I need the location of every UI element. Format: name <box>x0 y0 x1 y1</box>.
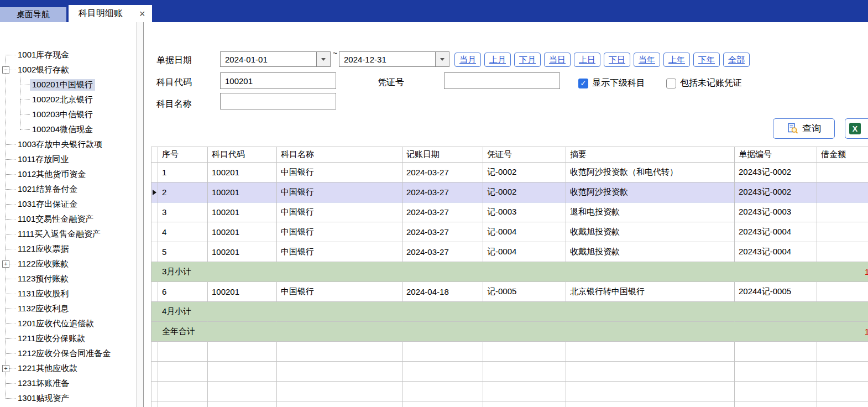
tree-item[interactable]: 1101交易性金融资产 <box>0 212 135 227</box>
grid-cell[interactable] <box>566 401 735 407</box>
tree-item[interactable]: 100203中信银行 <box>0 107 135 122</box>
grid-cell[interactable] <box>208 262 277 282</box>
tree-item[interactable]: 1021结算备付金 <box>0 182 135 197</box>
date-from-select[interactable]: 2024-01-01 <box>220 51 331 67</box>
empty-row[interactable] <box>151 382 868 401</box>
column-header[interactable]: 序号 <box>158 147 208 163</box>
grid-cell[interactable] <box>277 322 402 342</box>
grid-cell[interactable] <box>735 342 817 362</box>
grid-cell[interactable] <box>817 401 868 407</box>
column-header[interactable]: 科目代码 <box>208 147 277 163</box>
grid-cell[interactable]: 20243记-0002 <box>735 163 817 182</box>
grid-cell[interactable] <box>483 342 566 362</box>
tree-item[interactable]: 100202北京银行 <box>0 92 135 107</box>
quick-date-button[interactable]: 全部 <box>723 53 750 67</box>
table-row[interactable]: 3100201中国银行2024-03-27记-0003退和电投资款20243记-… <box>151 202 868 222</box>
tree-item[interactable]: 1031存出保证金 <box>0 197 135 212</box>
grid-cell[interactable]: 记-0004 <box>483 242 566 262</box>
subject-code-input[interactable] <box>220 72 336 89</box>
table-row[interactable]: 6100201中国银行2024-04-18记-0005北京银行转中国银行2024… <box>151 282 868 302</box>
grid-cell[interactable]: 中国银行 <box>277 242 402 262</box>
grid-cell[interactable]: 记-0003 <box>483 202 566 222</box>
date-from-dropdown-button[interactable] <box>316 52 330 66</box>
column-header[interactable]: 摘要 <box>566 147 735 163</box>
tree-item[interactable]: 100201中国银行 <box>0 77 135 92</box>
quick-date-button[interactable]: 下年 <box>693 53 720 67</box>
grid-cell[interactable] <box>402 342 483 362</box>
grid-cell[interactable]: 2024-03-27 <box>402 163 483 182</box>
grid-cell[interactable]: 退和电投资款 <box>566 202 735 222</box>
close-icon[interactable]: × <box>139 9 145 19</box>
grid-cell[interactable]: 收范阿沙投资款 <box>566 182 735 202</box>
checked-checkbox-icon[interactable]: ✓ <box>578 79 588 88</box>
grid-cell[interactable] <box>566 322 735 342</box>
grid-cell[interactable] <box>402 362 483 382</box>
grid-cell[interactable] <box>735 382 817 401</box>
grid-cell[interactable] <box>158 342 208 362</box>
grid-cell[interactable] <box>483 322 566 342</box>
grid-cell[interactable]: 100201 <box>208 202 277 222</box>
grid-cell[interactable] <box>402 401 483 407</box>
grid-cell[interactable]: 2024-03-27 <box>402 202 483 222</box>
grid-cell[interactable] <box>566 342 735 362</box>
grid-cell[interactable] <box>483 382 566 401</box>
empty-row[interactable] <box>151 362 868 382</box>
table-row[interactable]: 4100201中国银行2024-03-27记-0004收戴旭投资款20243记-… <box>151 222 868 242</box>
grid-cell[interactable] <box>566 262 735 282</box>
grid-cell[interactable]: 中国银行 <box>277 202 402 222</box>
grid-cell[interactable] <box>208 401 277 407</box>
grid-cell[interactable] <box>402 382 483 401</box>
grid-cell[interactable] <box>208 382 277 401</box>
tree-item[interactable]: 1001库存现金 <box>0 48 135 62</box>
voucher-no-input[interactable] <box>444 72 560 89</box>
tree-item[interactable]: +1122应收账款 <box>0 257 135 272</box>
grid-cell[interactable] <box>735 262 817 282</box>
show-sub-accounts-checkbox[interactable]: ✓ 显示下级科目 <box>578 77 645 89</box>
grid-cell[interactable]: 记-0004 <box>483 222 566 242</box>
tree-item[interactable]: 1212应收分保合同准备金 <box>0 346 135 361</box>
column-header[interactable]: 凭证号 <box>483 147 566 163</box>
grid-cell[interactable] <box>566 362 735 382</box>
grid-cell[interactable]: 2024-03-27 <box>402 222 483 242</box>
grid-cell[interactable]: 3月小计 <box>158 262 208 282</box>
tree-item[interactable]: 1111买入返售金融资产 <box>0 227 135 242</box>
tree-item[interactable]: 1201应收代位追偿款 <box>0 316 135 331</box>
empty-row[interactable] <box>151 401 868 407</box>
grid-cell[interactable] <box>208 342 277 362</box>
quick-date-button[interactable]: 上年 <box>663 53 690 67</box>
grid-cell[interactable]: 6 <box>158 282 208 302</box>
grid-cell[interactable] <box>817 342 868 362</box>
grid-cell[interactable]: 中国银行 <box>277 222 402 242</box>
grid-cell[interactable] <box>566 382 735 401</box>
grid-cell[interactable]: 中国银行 <box>277 182 402 202</box>
grid-cell[interactable]: 收范阿沙投资款（和电代转） <box>566 163 735 182</box>
grid-cell[interactable]: 记-0005 <box>483 282 566 302</box>
empty-row[interactable] <box>151 342 868 362</box>
grid-cell[interactable] <box>277 262 402 282</box>
column-header[interactable]: 记账日期 <box>402 147 483 163</box>
grid-cell[interactable] <box>483 302 566 322</box>
grid-cell[interactable]: 20243记-0004 <box>735 222 817 242</box>
column-header[interactable]: 科目名称 <box>277 147 402 163</box>
unchecked-checkbox-icon[interactable] <box>666 79 676 88</box>
grid-cell[interactable] <box>735 302 817 322</box>
quick-date-button[interactable]: 下月 <box>514 53 541 67</box>
grid-cell[interactable]: 北京银行转中国银行 <box>566 282 735 302</box>
tree-item[interactable]: 1011存放同业 <box>0 152 135 167</box>
tree-item[interactable]: 1003存放中央银行款项 <box>0 137 135 152</box>
quick-date-button[interactable]: 当月 <box>454 53 481 67</box>
table-row[interactable]: 1100201中国银行2024-03-27记-0002收范阿沙投资款（和电代转）… <box>151 163 868 182</box>
tree-item[interactable]: 1301贴现资产 <box>0 391 135 406</box>
tree-item[interactable]: 1231坏账准备 <box>0 376 135 391</box>
date-to-select[interactable]: 2024-12-31 <box>339 51 449 67</box>
grid-cell[interactable] <box>402 262 483 282</box>
grid-cell[interactable]: 100201 <box>208 282 277 302</box>
grid-cell[interactable] <box>817 302 868 322</box>
grid-cell[interactable] <box>277 362 402 382</box>
grid-cell[interactable] <box>208 322 277 342</box>
grid-cell[interactable] <box>483 401 566 407</box>
grid-cell[interactable] <box>817 202 868 222</box>
date-to-dropdown-button[interactable] <box>435 52 449 66</box>
grid-cell[interactable]: 100201 <box>208 182 277 202</box>
tab-desktop-nav[interactable]: 桌面导航 <box>0 7 66 22</box>
